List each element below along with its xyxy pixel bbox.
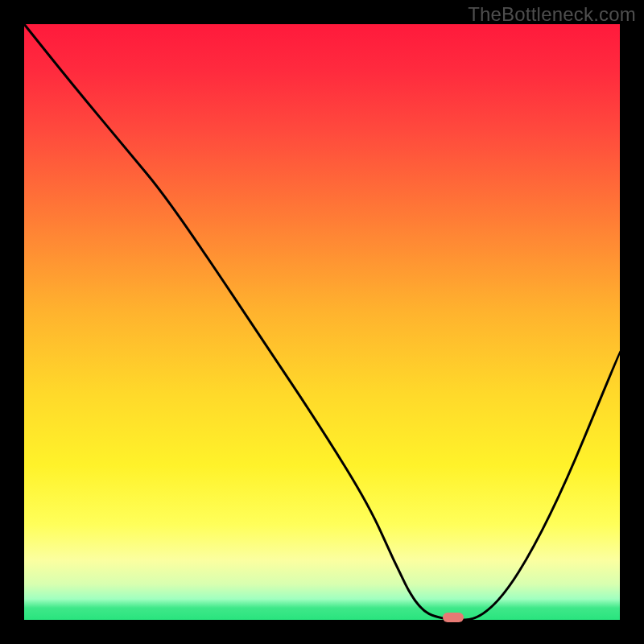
optimum-marker	[443, 613, 464, 622]
bottleneck-curve	[24, 24, 620, 620]
chart-frame: TheBottleneck.com	[0, 0, 644, 644]
watermark-text: TheBottleneck.com	[468, 3, 636, 26]
chart-line-layer	[24, 24, 620, 620]
